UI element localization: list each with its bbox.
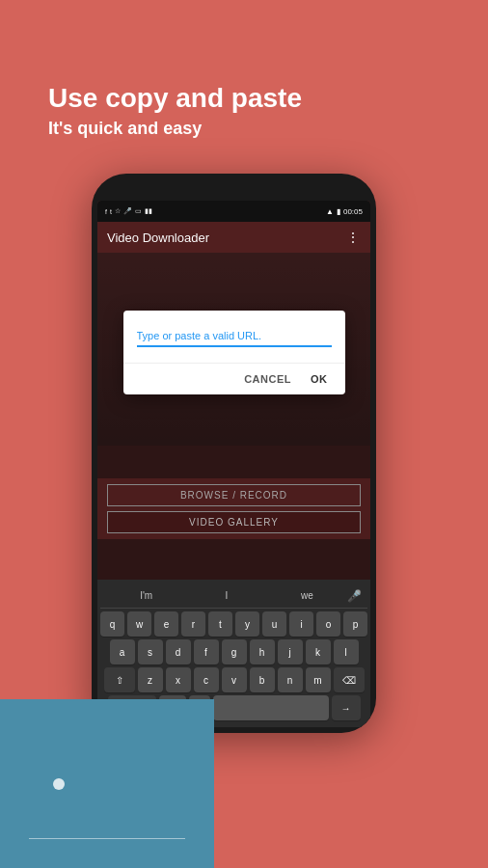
key-r[interactable]: r (181, 611, 205, 637)
key-l[interactable]: l (334, 639, 359, 665)
screen-icon: ▭ (135, 207, 142, 215)
blue-panel-line (29, 838, 185, 839)
key-b[interactable]: b (250, 667, 275, 692)
status-left-icons: f t ☆ 🎤 ▭ ▮▮ (105, 207, 152, 215)
battery-icon: ▮▮ (145, 207, 152, 215)
key-n[interactable]: n (278, 667, 303, 692)
blue-panel (0, 699, 214, 868)
suggestion-3[interactable]: we (267, 590, 347, 601)
key-h[interactable]: h (250, 639, 275, 665)
key-a[interactable]: a (110, 639, 135, 665)
key-u[interactable]: u (262, 611, 286, 637)
key-z[interactable]: z (138, 667, 163, 692)
header-section: Use copy and paste It's quick and easy (48, 82, 302, 139)
backspace-key[interactable]: ⌫ (334, 667, 365, 692)
url-input[interactable] (137, 330, 332, 347)
key-w[interactable]: w (127, 611, 151, 637)
dialog-body (123, 311, 345, 355)
key-f[interactable]: f (194, 639, 219, 665)
app-title: Video Downloader (107, 231, 209, 245)
key-q[interactable]: q (100, 611, 124, 637)
shift-key[interactable]: ⇧ (104, 667, 135, 692)
enter-key[interactable]: → (332, 695, 361, 720)
key-c[interactable]: c (194, 667, 219, 692)
screen-buttons-area: BROWSE / RECORD VIDEO GALLERY (97, 478, 370, 539)
ok-button[interactable]: Ok (301, 369, 338, 389)
key-t[interactable]: t (208, 611, 232, 637)
suggestion-2[interactable]: I (186, 590, 266, 601)
key-g[interactable]: g (222, 639, 247, 665)
phone-screen: f t ☆ 🎤 ▭ ▮▮ ▲ ▮ 00:05 Video Downloader … (97, 201, 370, 727)
time-display: 00:05 (343, 207, 363, 216)
key-e[interactable]: e (154, 611, 178, 637)
phone-frame: f t ☆ 🎤 ▭ ▮▮ ▲ ▮ 00:05 Video Downloader … (92, 174, 376, 733)
app-bar: Video Downloader ⋮ (97, 222, 370, 253)
blue-panel-dot (53, 778, 65, 790)
url-dialog: CANCEL Ok (123, 311, 345, 394)
keyboard-suggestions: I'm I we 🎤 (100, 583, 367, 609)
key-m[interactable]: m (306, 667, 331, 692)
wifi-icon: ▲ (326, 207, 334, 216)
keyboard-row-3: ⇧ z x c v b n m ⌫ (100, 667, 367, 692)
main-title: Use copy and paste (48, 82, 302, 115)
status-right: ▲ ▮ 00:05 (326, 207, 363, 216)
bt-icon: ☆ (115, 207, 121, 215)
tw-icon: t (110, 208, 112, 215)
space-key[interactable] (213, 695, 329, 720)
key-y[interactable]: y (235, 611, 259, 637)
key-o[interactable]: o (316, 611, 340, 637)
key-k[interactable]: k (306, 639, 331, 665)
key-x[interactable]: x (166, 667, 191, 692)
video-gallery-button[interactable]: VIDEO GALLERY (107, 511, 361, 533)
keyboard-row-2: a s d f g h j k l (100, 639, 367, 665)
cancel-button[interactable]: CANCEL (234, 369, 301, 389)
battery-level-icon: ▮ (337, 207, 340, 216)
overflow-menu-icon[interactable]: ⋮ (346, 230, 361, 245)
key-s[interactable]: s (138, 639, 163, 665)
main-subtitle: It's quick and easy (48, 119, 302, 139)
suggestion-1[interactable]: I'm (106, 590, 186, 601)
dialog-actions: CANCEL Ok (123, 363, 345, 394)
fb-icon: f (105, 208, 107, 215)
mic-status-icon: 🎤 (123, 207, 132, 215)
key-i[interactable]: i (289, 611, 313, 637)
browse-record-button[interactable]: BROWSE / RECORD (107, 484, 361, 506)
key-d[interactable]: d (166, 639, 191, 665)
keyboard-mic-icon[interactable]: 🎤 (347, 589, 362, 603)
key-v[interactable]: v (222, 667, 247, 692)
status-bar: f t ☆ 🎤 ▭ ▮▮ ▲ ▮ 00:05 (97, 201, 370, 222)
key-j[interactable]: j (278, 639, 303, 665)
key-p[interactable]: p (343, 611, 367, 637)
keyboard-row-1: q w e r t y u i o p (100, 611, 367, 637)
